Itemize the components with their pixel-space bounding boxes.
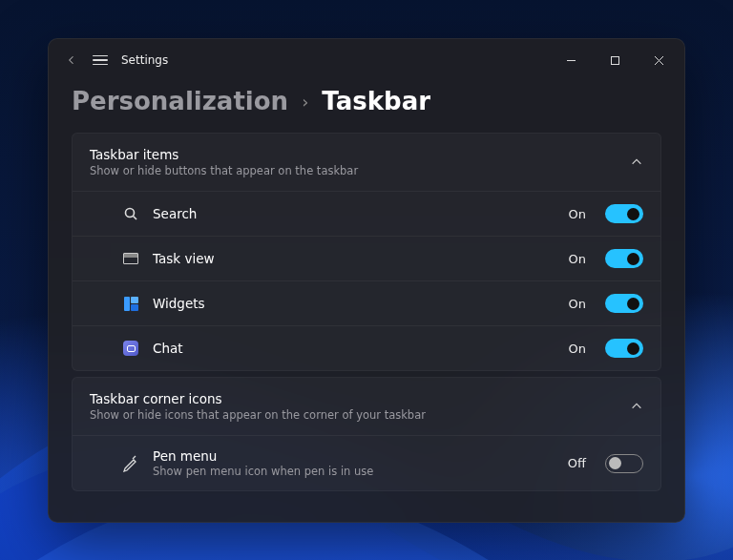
setting-label: Pen menu [153,448,555,464]
section-subtitle: Show or hide icons that appear on the co… [90,408,618,422]
toggle-state-label: On [569,252,586,266]
setting-label: Search [153,206,555,221]
setting-label: Task view [153,251,555,266]
search-icon [122,205,139,222]
pen-icon [122,455,139,472]
setting-row-penmenu: Pen menu Show pen menu icon when pen is … [73,435,660,490]
chat-icon [122,340,139,357]
setting-label: Widgets [153,296,555,311]
titlebar: Settings [49,39,684,81]
section-title: Taskbar items [90,147,618,162]
section-subtitle: Show or hide buttons that appear on the … [90,164,618,177]
maximize-button[interactable] [593,45,637,75]
taskbar-items-section: Taskbar items Show or hide buttons that … [72,133,661,371]
settings-window: Settings Personalization › Taskbar Taskb… [48,38,685,523]
setting-sublabel: Show pen menu icon when pen is in use [153,465,555,478]
chevron-up-icon [630,156,643,169]
nav-menu-button[interactable] [93,52,108,68]
minimize-button[interactable] [549,45,593,75]
taskview-icon [122,250,139,267]
setting-label: Chat [153,341,555,356]
close-button[interactable] [637,45,681,75]
chat-toggle[interactable] [605,339,643,358]
chevron-right-icon: › [302,92,308,112]
app-title: Settings [121,53,168,67]
svg-rect-1 [611,56,618,64]
section-title: Taskbar corner icons [90,391,618,406]
chevron-up-icon [630,400,643,413]
search-toggle[interactable] [605,204,643,223]
breadcrumb-parent[interactable]: Personalization [72,87,288,115]
breadcrumb: Personalization › Taskbar [72,81,661,133]
toggle-state-label: On [569,207,586,221]
setting-row-widgets: Widgets On [73,280,660,325]
back-button[interactable] [64,52,79,68]
penmenu-toggle[interactable] [605,454,643,473]
toggle-state-label: On [569,342,586,356]
breadcrumb-current: Taskbar [322,87,430,115]
widgets-toggle[interactable] [605,294,643,313]
toggle-state-label: On [569,297,586,311]
setting-row-chat: Chat On [73,325,660,370]
setting-row-taskview: Task view On [73,236,660,280]
svg-line-5 [134,217,137,220]
taskbar-items-expander[interactable]: Taskbar items Show or hide buttons that … [73,134,660,191]
taskbar-corner-icons-section: Taskbar corner icons Show or hide icons … [72,377,661,491]
setting-row-search: Search On [73,191,660,236]
taskbar-corner-expander[interactable]: Taskbar corner icons Show or hide icons … [73,378,660,435]
toggle-state-label: Off [568,456,586,470]
svg-point-4 [126,209,135,218]
taskview-toggle[interactable] [605,249,643,268]
widgets-icon [122,295,139,312]
